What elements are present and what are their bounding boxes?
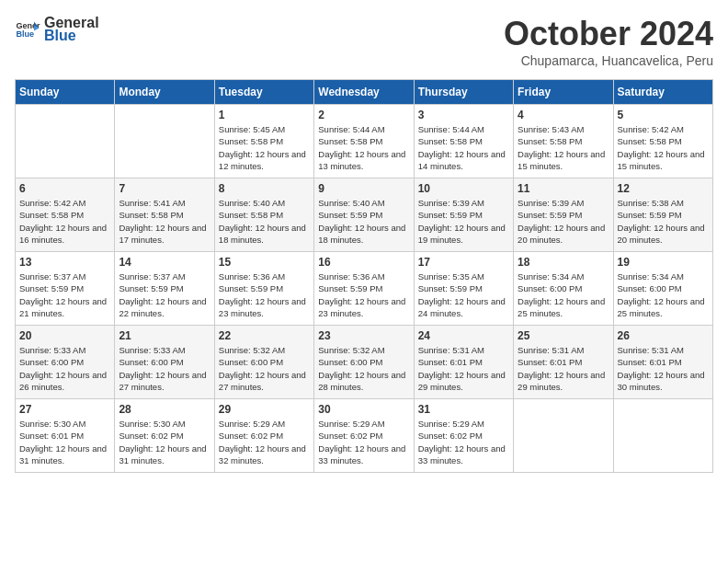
- day-cell: 21Sunrise: 5:33 AMSunset: 6:00 PMDayligh…: [115, 326, 214, 399]
- week-row-2: 13Sunrise: 5:37 AMSunset: 5:59 PMDayligh…: [16, 252, 713, 326]
- day-cell: 25Sunrise: 5:31 AMSunset: 6:01 PMDayligh…: [514, 326, 613, 399]
- day-cell: 17Sunrise: 5:35 AMSunset: 5:59 PMDayligh…: [414, 252, 513, 326]
- day-info: Sunrise: 5:45 AMSunset: 5:58 PMDaylight:…: [219, 123, 310, 172]
- week-row-3: 20Sunrise: 5:33 AMSunset: 6:00 PMDayligh…: [16, 326, 713, 399]
- day-number: 2: [318, 109, 409, 121]
- day-number: 22: [219, 329, 310, 342]
- header-day-thursday: Thursday: [414, 80, 513, 105]
- day-number: 12: [618, 182, 709, 195]
- day-info: Sunrise: 5:31 AMSunset: 6:01 PMDaylight:…: [518, 344, 609, 393]
- day-cell: [514, 399, 613, 473]
- day-number: 18: [518, 256, 609, 269]
- day-cell: 11Sunrise: 5:39 AMSunset: 5:59 PMDayligh…: [514, 178, 613, 252]
- day-cell: 19Sunrise: 5:34 AMSunset: 6:00 PMDayligh…: [613, 252, 712, 326]
- day-number: 14: [119, 256, 210, 269]
- header-day-sunday: Sunday: [16, 80, 115, 105]
- header: General Blue General Blue October 2024 C…: [15, 15, 713, 68]
- day-number: 24: [418, 329, 509, 342]
- day-info: Sunrise: 5:37 AMSunset: 5:59 PMDaylight:…: [119, 270, 210, 319]
- day-cell: 16Sunrise: 5:36 AMSunset: 5:59 PMDayligh…: [314, 252, 414, 326]
- day-cell: 20Sunrise: 5:33 AMSunset: 6:00 PMDayligh…: [16, 326, 115, 399]
- day-info: Sunrise: 5:34 AMSunset: 6:00 PMDaylight:…: [518, 270, 609, 319]
- day-info: Sunrise: 5:43 AMSunset: 5:58 PMDaylight:…: [518, 123, 609, 172]
- day-info: Sunrise: 5:39 AMSunset: 5:59 PMDaylight:…: [518, 197, 609, 246]
- week-row-1: 6Sunrise: 5:42 AMSunset: 5:58 PMDaylight…: [16, 178, 713, 252]
- day-cell: 31Sunrise: 5:29 AMSunset: 6:02 PMDayligh…: [414, 399, 513, 473]
- day-info: Sunrise: 5:31 AMSunset: 6:01 PMDaylight:…: [618, 344, 709, 393]
- day-info: Sunrise: 5:32 AMSunset: 6:00 PMDaylight:…: [318, 344, 409, 393]
- day-info: Sunrise: 5:33 AMSunset: 6:00 PMDaylight:…: [119, 344, 210, 393]
- day-number: 16: [318, 256, 409, 269]
- month-title: October 2024: [504, 15, 713, 53]
- day-info: Sunrise: 5:33 AMSunset: 6:00 PMDaylight:…: [19, 344, 110, 393]
- day-number: 21: [119, 329, 210, 342]
- day-number: 13: [19, 256, 110, 269]
- header-day-friday: Friday: [514, 80, 613, 105]
- day-cell: 12Sunrise: 5:38 AMSunset: 5:59 PMDayligh…: [613, 178, 712, 252]
- day-cell: 22Sunrise: 5:32 AMSunset: 6:00 PMDayligh…: [214, 326, 313, 399]
- day-info: Sunrise: 5:31 AMSunset: 6:01 PMDaylight:…: [418, 344, 509, 393]
- day-number: 19: [618, 256, 709, 269]
- day-number: 6: [19, 182, 110, 195]
- day-number: 27: [19, 403, 110, 416]
- svg-text:Blue: Blue: [16, 29, 34, 39]
- day-cell: 14Sunrise: 5:37 AMSunset: 5:59 PMDayligh…: [115, 252, 214, 326]
- day-info: Sunrise: 5:29 AMSunset: 6:02 PMDaylight:…: [318, 418, 409, 466]
- day-cell: 27Sunrise: 5:30 AMSunset: 6:01 PMDayligh…: [16, 399, 115, 473]
- location-title: Chupamarca, Huancavelica, Peru: [504, 53, 713, 68]
- day-number: 28: [119, 403, 210, 416]
- day-info: Sunrise: 5:36 AMSunset: 5:59 PMDaylight:…: [318, 270, 409, 319]
- day-number: 10: [418, 182, 509, 195]
- day-cell: 2Sunrise: 5:44 AMSunset: 5:58 PMDaylight…: [314, 105, 414, 178]
- day-info: Sunrise: 5:39 AMSunset: 5:59 PMDaylight:…: [418, 197, 509, 246]
- day-cell: [613, 399, 712, 473]
- day-info: Sunrise: 5:41 AMSunset: 5:58 PMDaylight:…: [119, 197, 210, 246]
- day-cell: [16, 105, 115, 178]
- day-cell: 9Sunrise: 5:40 AMSunset: 5:59 PMDaylight…: [314, 178, 414, 252]
- day-info: Sunrise: 5:38 AMSunset: 5:59 PMDaylight:…: [618, 197, 709, 246]
- day-number: 5: [618, 109, 709, 121]
- day-info: Sunrise: 5:44 AMSunset: 5:58 PMDaylight:…: [418, 123, 509, 172]
- day-number: 3: [418, 109, 509, 121]
- day-number: 11: [518, 182, 609, 195]
- day-number: 1: [219, 109, 310, 121]
- day-cell: 18Sunrise: 5:34 AMSunset: 6:00 PMDayligh…: [514, 252, 613, 326]
- day-info: Sunrise: 5:29 AMSunset: 6:02 PMDaylight:…: [219, 418, 310, 466]
- day-cell: 6Sunrise: 5:42 AMSunset: 5:58 PMDaylight…: [16, 178, 115, 252]
- day-info: Sunrise: 5:37 AMSunset: 5:59 PMDaylight:…: [19, 270, 110, 319]
- logo-icon: General Blue: [15, 17, 40, 42]
- day-cell: 15Sunrise: 5:36 AMSunset: 5:59 PMDayligh…: [214, 252, 313, 326]
- day-number: 17: [418, 256, 509, 269]
- title-area: October 2024 Chupamarca, Huancavelica, P…: [504, 15, 713, 68]
- header-row: SundayMondayTuesdayWednesdayThursdayFrid…: [16, 80, 713, 105]
- day-info: Sunrise: 5:30 AMSunset: 6:02 PMDaylight:…: [119, 418, 210, 466]
- day-info: Sunrise: 5:44 AMSunset: 5:58 PMDaylight:…: [318, 123, 409, 172]
- day-number: 20: [19, 329, 110, 342]
- day-cell: 3Sunrise: 5:44 AMSunset: 5:58 PMDaylight…: [414, 105, 513, 178]
- header-day-tuesday: Tuesday: [214, 80, 313, 105]
- day-cell: 10Sunrise: 5:39 AMSunset: 5:59 PMDayligh…: [414, 178, 513, 252]
- day-cell: 5Sunrise: 5:42 AMSunset: 5:58 PMDaylight…: [613, 105, 712, 178]
- day-number: 15: [219, 256, 310, 269]
- day-number: 30: [318, 403, 409, 416]
- day-number: 9: [318, 182, 409, 195]
- day-cell: 1Sunrise: 5:45 AMSunset: 5:58 PMDaylight…: [214, 105, 313, 178]
- header-day-monday: Monday: [115, 80, 214, 105]
- day-info: Sunrise: 5:42 AMSunset: 5:58 PMDaylight:…: [618, 123, 709, 172]
- day-info: Sunrise: 5:42 AMSunset: 5:58 PMDaylight:…: [19, 197, 110, 246]
- day-info: Sunrise: 5:29 AMSunset: 6:02 PMDaylight:…: [418, 418, 509, 466]
- logo: General Blue General Blue: [15, 15, 99, 44]
- day-number: 26: [618, 329, 709, 342]
- day-info: Sunrise: 5:36 AMSunset: 5:59 PMDaylight:…: [219, 270, 310, 319]
- day-cell: 24Sunrise: 5:31 AMSunset: 6:01 PMDayligh…: [414, 326, 513, 399]
- day-cell: 23Sunrise: 5:32 AMSunset: 6:00 PMDayligh…: [314, 326, 414, 399]
- day-cell: 4Sunrise: 5:43 AMSunset: 5:58 PMDaylight…: [514, 105, 613, 178]
- day-info: Sunrise: 5:35 AMSunset: 5:59 PMDaylight:…: [418, 270, 509, 319]
- day-cell: [115, 105, 214, 178]
- day-cell: 30Sunrise: 5:29 AMSunset: 6:02 PMDayligh…: [314, 399, 414, 473]
- day-number: 25: [518, 329, 609, 342]
- week-row-4: 27Sunrise: 5:30 AMSunset: 6:01 PMDayligh…: [16, 399, 713, 473]
- header-day-wednesday: Wednesday: [314, 80, 414, 105]
- calendar-table: SundayMondayTuesdayWednesdayThursdayFrid…: [15, 79, 713, 473]
- day-cell: 8Sunrise: 5:40 AMSunset: 5:58 PMDaylight…: [214, 178, 313, 252]
